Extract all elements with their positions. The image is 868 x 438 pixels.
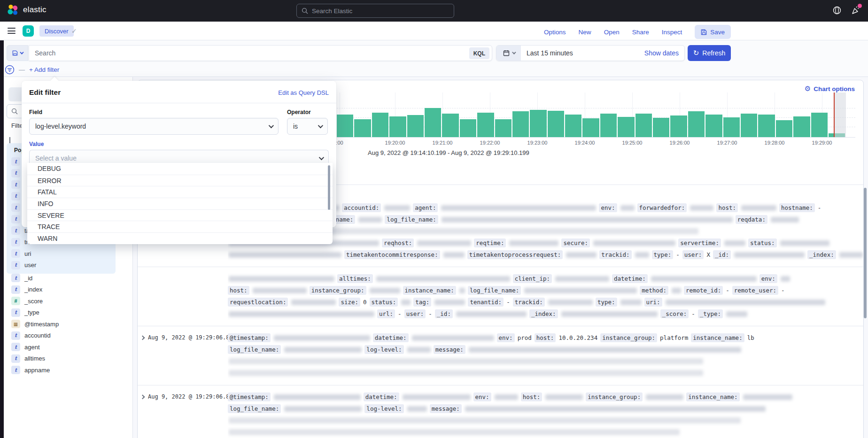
add-filter-button[interactable]: + Add filter	[29, 66, 59, 73]
operator-select[interactable]: is	[287, 118, 328, 135]
expand-row-icon[interactable]	[140, 395, 145, 400]
text-field-icon: t	[11, 203, 20, 212]
histogram-bar[interactable]	[776, 120, 792, 137]
histogram-bar[interactable]	[477, 113, 494, 137]
histogram-bar[interactable]	[723, 117, 740, 137]
histogram-bar[interactable]	[495, 119, 512, 137]
histogram-bar[interactable]	[618, 117, 634, 137]
field-item-alltimes[interactable]: talltimes	[7, 353, 124, 365]
field-item-@timestamp[interactable]: ▦@timestamp	[7, 318, 124, 330]
histogram-bar[interactable]	[548, 111, 564, 137]
histogram-bar[interactable]	[337, 115, 353, 137]
redacted-value	[555, 276, 609, 282]
x-tick-label: 19:24:00	[575, 140, 595, 146]
text-field-icon: t	[11, 331, 20, 340]
histogram-bar[interactable]	[705, 115, 722, 137]
histogram-bar[interactable]	[372, 113, 388, 137]
histogram-bar[interactable]	[354, 119, 371, 137]
table-scrollbar[interactable]	[864, 188, 867, 318]
date-picker-quick-menu[interactable]	[496, 46, 521, 61]
field-item-_index[interactable]: t_index	[7, 284, 124, 296]
histogram-bar[interactable]	[407, 115, 424, 137]
field-item-appname[interactable]: tappname	[7, 364, 124, 376]
field-item-user[interactable]: tuser	[7, 260, 116, 271]
value-option-warn[interactable]: WARN	[27, 232, 333, 244]
save-button[interactable]: Save	[695, 25, 731, 39]
value-option-severe[interactable]: SEVERE	[27, 209, 333, 221]
histogram-bar[interactable]	[442, 114, 458, 137]
elastic-logo[interactable]: elastic	[7, 4, 46, 16]
field-item-uri[interactable]: turi	[7, 248, 116, 260]
space-avatar[interactable]: D	[23, 25, 34, 37]
field-item-agent[interactable]: tagent	[7, 341, 124, 353]
histogram-bar[interactable]	[530, 110, 546, 137]
histogram-bar[interactable]	[670, 115, 687, 137]
field-item-_type[interactable]: t_type	[7, 307, 124, 319]
histogram-bar[interactable]	[425, 108, 441, 137]
nav-link-new[interactable]: New	[579, 29, 591, 36]
breadcrumb-discover[interactable]: Discover	[39, 25, 74, 37]
redacted-value	[620, 300, 642, 305]
redacted-value	[284, 406, 362, 412]
doc-row-left: Aug 9, 2022 @ 19:29:06.869	[138, 391, 228, 438]
filters-menu-icon[interactable]	[5, 65, 15, 75]
field-badge: instance_group:	[600, 333, 657, 342]
redacted-value	[229, 311, 374, 317]
nav-link-inspect[interactable]: Inspect	[662, 29, 682, 36]
field-item-accountid[interactable]: taccountid	[7, 330, 124, 342]
nav-link-open[interactable]: Open	[604, 29, 620, 36]
histogram-bar[interactable]	[460, 119, 476, 137]
field-select[interactable]: log-level.keyword	[29, 118, 279, 135]
field-badge: env:	[497, 333, 515, 342]
doc-summary-line	[228, 355, 863, 367]
edit-as-query-dsl-link[interactable]: Edit as Query DSL	[278, 89, 329, 96]
redacted-value	[358, 217, 382, 223]
histogram-bar[interactable]	[758, 115, 775, 137]
options-scrollbar[interactable]	[328, 165, 330, 210]
value-option-trace[interactable]: TRACE	[27, 221, 333, 232]
field-item-_id[interactable]: t_id	[7, 272, 124, 284]
refresh-button[interactable]: ↻ Refresh	[688, 45, 731, 61]
doc-summary: alltimes:client_ip:datetime:env:host:ins…	[228, 273, 863, 320]
text-field-icon: t	[11, 249, 20, 258]
field-value: prod	[518, 334, 532, 341]
redacted-value	[417, 240, 471, 246]
histogram-bar[interactable]	[565, 115, 581, 137]
histogram-bar[interactable]	[793, 116, 810, 137]
histogram-bar[interactable]	[653, 118, 669, 137]
histogram-bar[interactable]	[636, 114, 652, 137]
histogram-bar[interactable]	[741, 114, 757, 137]
histogram-bar[interactable]	[811, 113, 828, 137]
histogram-bars[interactable]	[337, 108, 846, 137]
chart-options-button[interactable]: ⚙ Chart options	[805, 85, 855, 93]
field-badge: @timestamp:	[228, 392, 271, 401]
histogram-bar[interactable]	[389, 116, 406, 137]
nav-link-options[interactable]: Options	[544, 29, 566, 36]
time-range-value[interactable]: Last 15 minutes	[527, 49, 644, 57]
date-picker[interactable]: Last 15 minutes Show dates	[496, 45, 685, 61]
value-option-debug[interactable]: DEBUG	[27, 163, 333, 175]
histogram-bar[interactable]	[512, 111, 529, 137]
field-label: appname	[24, 367, 50, 374]
value-option-error[interactable]: ERROR	[27, 175, 333, 186]
histogram-bar[interactable]	[688, 111, 705, 137]
value-option-fatal[interactable]: FATAL	[27, 186, 333, 198]
saved-query-menu-button[interactable]	[7, 45, 28, 61]
newsfeed-icon[interactable]	[851, 6, 860, 15]
field-item-_score[interactable]: #_score	[7, 295, 124, 307]
redacted-value	[407, 406, 427, 412]
expand-row-icon[interactable]	[140, 336, 145, 340]
kql-language-button[interactable]: KQL	[469, 47, 489, 59]
global-search-input[interactable]: Search Elastic	[296, 4, 454, 18]
show-dates-button[interactable]: Show dates	[644, 49, 679, 57]
doc-summary-line: requestlocation:size:0status:tag:tenanti…	[228, 296, 863, 308]
query-search-input[interactable]: Search KQL	[29, 45, 492, 61]
value-option-info[interactable]: INFO	[27, 198, 333, 209]
query-search-placeholder: Search	[35, 49, 55, 57]
menu-button[interactable]	[8, 28, 16, 34]
nav-link-share[interactable]: Share	[632, 29, 649, 36]
field-value: X	[706, 251, 710, 258]
guided-setup-icon[interactable]	[832, 6, 842, 15]
histogram-bar[interactable]	[582, 118, 599, 137]
histogram-bar[interactable]	[600, 114, 617, 137]
